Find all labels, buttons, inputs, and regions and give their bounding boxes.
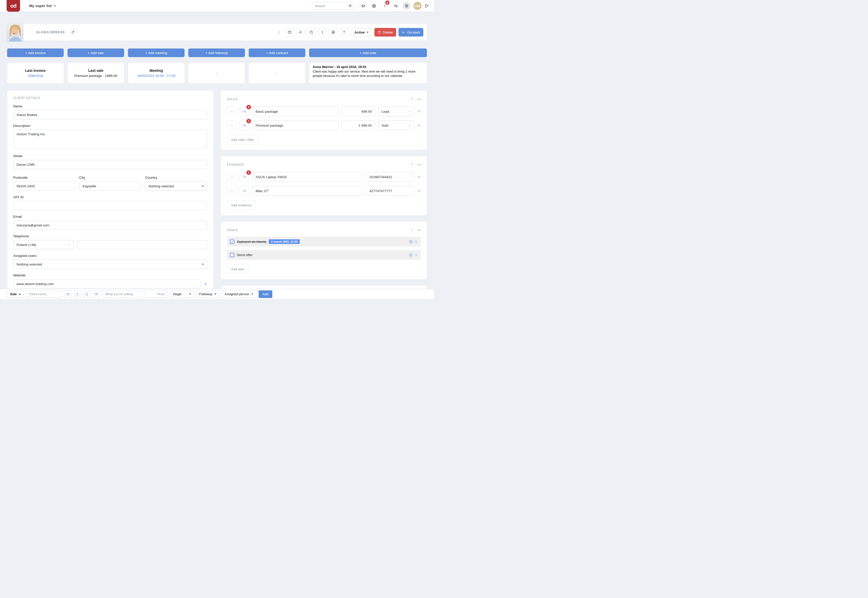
remove-task-button[interactable] bbox=[414, 253, 418, 257]
evidence-name-field[interactable] bbox=[252, 186, 363, 196]
name-field[interactable] bbox=[13, 110, 207, 119]
remove-icon bbox=[417, 189, 421, 193]
app-logo[interactable]: od bbox=[7, 0, 20, 12]
sale-name-field[interactable] bbox=[252, 121, 339, 130]
add-contract-button[interactable]: + Add contract bbox=[249, 48, 305, 57]
expand-sale-button[interactable] bbox=[227, 107, 236, 116]
add-invoice-button[interactable]: + Add invoice bbox=[7, 48, 64, 57]
add-task-button[interactable]: Add task bbox=[227, 264, 248, 274]
minimize-icon[interactable] bbox=[418, 99, 421, 100]
sale-stage-select[interactable]: Lead bbox=[378, 107, 414, 116]
sale-price-field[interactable] bbox=[342, 107, 375, 116]
street-field[interactable] bbox=[13, 160, 207, 169]
add-note-button[interactable]: + Add note bbox=[309, 48, 427, 57]
remove-task-button[interactable] bbox=[414, 240, 418, 244]
sale-comments-button[interactable]: 2 bbox=[240, 107, 249, 116]
email-client-button[interactable] bbox=[285, 28, 294, 37]
email-field[interactable] bbox=[13, 221, 207, 230]
description-field[interactable]: Alstom Trading Inc. bbox=[13, 130, 207, 148]
stage-dropdown[interactable]: Stage bbox=[170, 290, 194, 298]
postcode-field[interactable] bbox=[13, 181, 75, 191]
help-button[interactable]: ? bbox=[409, 227, 415, 233]
academy-button[interactable] bbox=[359, 2, 367, 10]
task-schedule-button[interactable] bbox=[409, 240, 413, 244]
assigned-users-select[interactable]: Nothing selected bbox=[13, 260, 207, 269]
sale-comments-button[interactable]: 1 bbox=[240, 121, 249, 130]
help-button[interactable]: ? bbox=[409, 96, 415, 102]
evidence-name-field[interactable] bbox=[252, 172, 363, 182]
search-settings-gear-icon[interactable] bbox=[348, 4, 352, 7]
expand-evidence-button[interactable] bbox=[227, 186, 236, 196]
help-button[interactable]: ? bbox=[409, 162, 415, 168]
phone-country-select[interactable]: Poland (+48) bbox=[13, 240, 73, 249]
selling-input[interactable] bbox=[102, 290, 142, 298]
client-profile-button[interactable] bbox=[296, 28, 305, 37]
duplicate-button[interactable] bbox=[307, 28, 316, 37]
task-checkbox-unchecked[interactable] bbox=[230, 253, 234, 257]
go-back-button[interactable]: Go back bbox=[399, 28, 423, 37]
clear-website-button[interactable] bbox=[204, 282, 207, 286]
remove-sale-button[interactable] bbox=[417, 124, 421, 127]
remove-icon bbox=[417, 110, 421, 113]
call-client-button[interactable] bbox=[274, 28, 283, 37]
sale-price-field[interactable] bbox=[342, 121, 375, 130]
country-select[interactable]: Nothing selected bbox=[145, 181, 207, 191]
sale-name-field[interactable] bbox=[252, 107, 339, 116]
evidence-serial-field[interactable] bbox=[366, 186, 414, 196]
evidence-comments-button[interactable]: 1 bbox=[240, 172, 249, 182]
print-button[interactable] bbox=[329, 28, 338, 37]
contract-value: - bbox=[276, 71, 278, 75]
messages-button[interactable] bbox=[391, 2, 400, 10]
add-followup-button[interactable]: + Add followup bbox=[188, 48, 245, 57]
followup-dropdown[interactable]: Followup bbox=[196, 290, 219, 298]
user-avatar[interactable]: AW bbox=[414, 2, 421, 10]
website-field[interactable] bbox=[13, 279, 201, 289]
assigned-person-dropdown[interactable]: Assigned person bbox=[222, 290, 256, 298]
price-input[interactable] bbox=[144, 290, 167, 298]
city-field[interactable] bbox=[79, 181, 141, 191]
add-meeting-button[interactable]: + Add meeting bbox=[128, 48, 185, 57]
evidence-comments-button[interactable] bbox=[240, 186, 249, 196]
minimize-icon[interactable] bbox=[418, 164, 421, 165]
evidence-serial-field[interactable] bbox=[366, 172, 414, 182]
tag-icon bbox=[71, 30, 75, 34]
status-dropdown[interactable]: Active bbox=[351, 28, 372, 37]
export-button[interactable] bbox=[340, 28, 348, 37]
collapse-button[interactable] bbox=[318, 28, 327, 37]
meeting-link[interactable]: 16/03/2023 16:00 - 17:00 bbox=[137, 74, 175, 78]
quick-email-button[interactable] bbox=[65, 290, 72, 298]
add-evidence-button[interactable]: Add evidence bbox=[227, 200, 256, 210]
remove-evidence-button[interactable] bbox=[417, 175, 421, 179]
tags-button[interactable] bbox=[69, 29, 77, 36]
task-schedule-button[interactable] bbox=[409, 253, 413, 257]
remove-sale-button[interactable] bbox=[417, 110, 421, 113]
client-photo[interactable] bbox=[7, 23, 23, 41]
task-checkbox-checked[interactable] bbox=[230, 239, 234, 244]
sale-stage-select[interactable]: Sold bbox=[378, 121, 414, 130]
phone-number-field[interactable] bbox=[78, 240, 207, 249]
client-name-input[interactable] bbox=[26, 290, 62, 298]
remove-evidence-button[interactable] bbox=[417, 189, 421, 193]
search-input[interactable] bbox=[312, 2, 354, 10]
list-picker-dropdown[interactable]: My super list bbox=[29, 4, 56, 8]
last-note-card[interactable]: Anna Warrior - 18 april 2016, 19:01 Clie… bbox=[309, 63, 427, 84]
quick-add-submit-button[interactable]: Add bbox=[258, 290, 272, 298]
expand-evidence-button[interactable] bbox=[227, 172, 236, 182]
vat-field[interactable] bbox=[13, 201, 207, 210]
minimize-icon[interactable] bbox=[418, 230, 421, 230]
quick-payment-button[interactable] bbox=[93, 290, 100, 298]
entry-type-dropdown[interactable]: Sale bbox=[7, 290, 24, 298]
logout-icon bbox=[424, 3, 429, 8]
support-button[interactable] bbox=[370, 2, 378, 10]
quick-call-button[interactable] bbox=[74, 290, 81, 298]
logout-button[interactable] bbox=[424, 3, 429, 8]
expand-sale-button[interactable] bbox=[227, 121, 236, 130]
last-invoice-link[interactable]: 2/06/2016 bbox=[28, 74, 43, 78]
notifications-button[interactable]: 8 bbox=[381, 2, 389, 10]
apps-grid-button[interactable] bbox=[402, 2, 411, 10]
chevron-down-icon bbox=[214, 293, 217, 295]
quick-note-button[interactable] bbox=[84, 290, 90, 298]
delete-button[interactable]: Delete bbox=[374, 28, 396, 37]
add-sale-offer-button[interactable]: Add sale / offer bbox=[227, 135, 258, 144]
add-sale-button[interactable]: + Add sale bbox=[67, 48, 124, 57]
